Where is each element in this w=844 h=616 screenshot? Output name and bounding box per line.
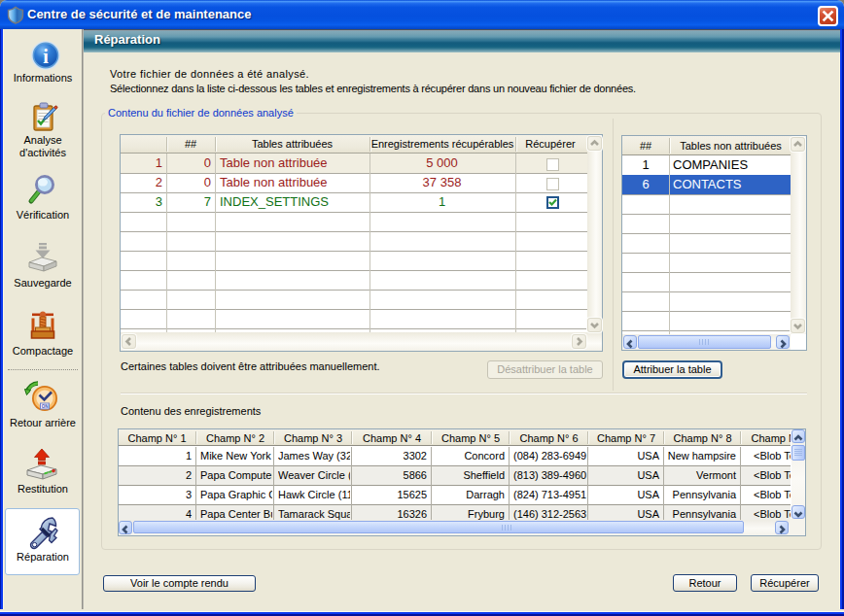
svg-text:i: i — [43, 46, 49, 67]
svg-text:ON: ON — [42, 404, 49, 409]
